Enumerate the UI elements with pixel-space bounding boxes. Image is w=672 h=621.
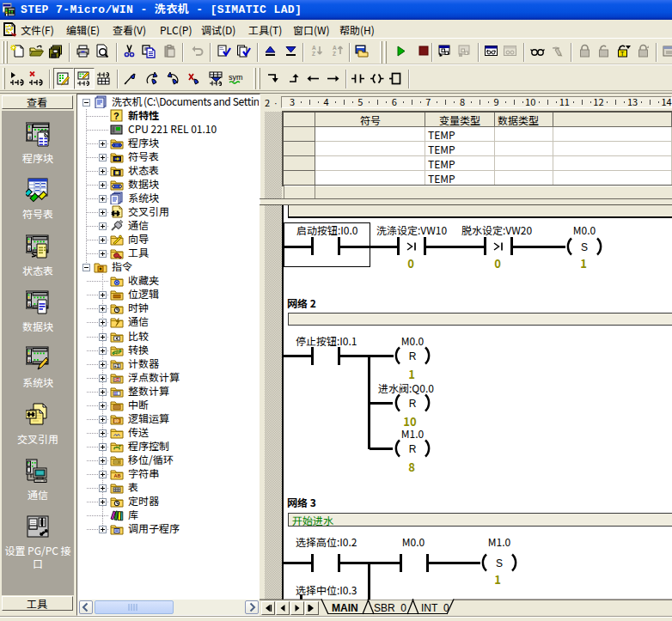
svg-text:±I: ±I (114, 391, 119, 396)
svg-text:A: A (333, 45, 337, 51)
svg-text:R: R (409, 398, 417, 410)
svg-text:+1: +1 (114, 363, 119, 368)
svg-text:8: 8 (28, 358, 31, 364)
svg-text:8: 8 (28, 301, 31, 307)
svg-text:sym: sym (229, 73, 243, 82)
svg-text:S: S (581, 241, 588, 253)
svg-text:A: A (312, 45, 316, 51)
svg-text:R: R (409, 350, 417, 362)
svg-text:8: 8 (28, 135, 32, 141)
svg-text:AB: AB (114, 473, 121, 478)
svg-text:8: 8 (28, 246, 31, 252)
svg-text:Z: Z (312, 51, 315, 57)
svg-text:±R: ±R (113, 377, 119, 382)
svg-text:?: ? (113, 111, 119, 121)
svg-text:T: T (620, 51, 625, 57)
svg-text:Z: Z (333, 51, 336, 57)
svg-text:R: R (409, 443, 417, 455)
svg-text:S: S (496, 557, 503, 569)
svg-text:10: 10 (114, 419, 119, 423)
